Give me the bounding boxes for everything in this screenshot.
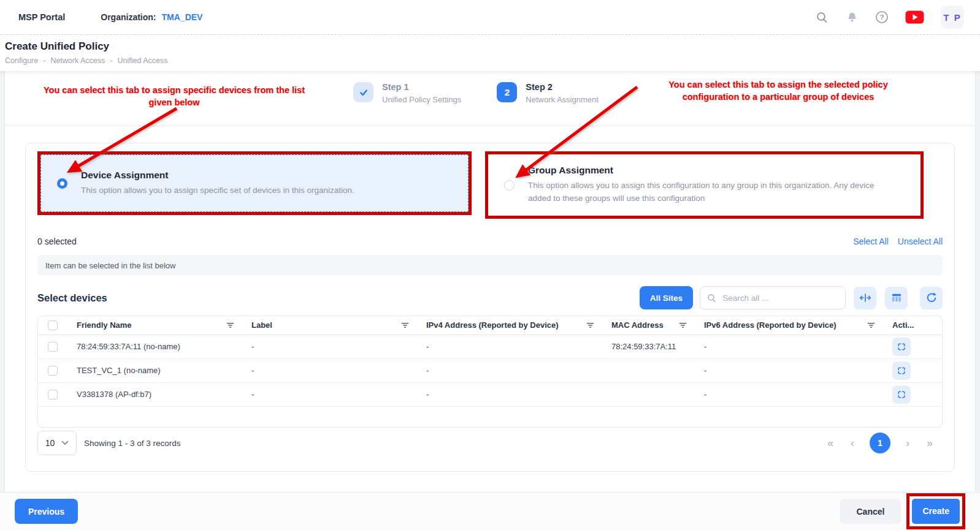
page-title: Create Unified Policy [5,40,980,53]
selected-count: 0 selected [37,237,77,246]
refresh-button[interactable] [920,287,943,309]
breadcrumb-separator: - [110,56,112,65]
step-2-number-badge: 2 [497,82,517,102]
wizard-footer: Previous Cancel Create [0,492,980,530]
pager: 1 [825,433,935,453]
expand-row-icon [897,390,906,399]
selection-hint: Item can be selected in the list below [37,255,943,276]
search-input[interactable] [721,293,838,303]
right-rail [975,69,980,492]
step-1-title: Step 1 [382,82,461,92]
organization-link[interactable]: TMA_DEV [162,12,203,22]
search-icon[interactable] [815,10,829,24]
cell-mac: 78:24:59:33:7A:11 [602,335,695,358]
annotation-box-device-assignment: Device Assignment This option allows you… [37,151,472,215]
user-avatar[interactable]: T P [941,6,964,29]
group-assignment-radio[interactable] [504,180,515,191]
column-ipv4[interactable]: IPv4 Address (Reported by Device) [426,320,559,330]
previous-button[interactable]: Previous [15,499,78,524]
expand-row-button[interactable] [892,362,911,380]
assignment-options: Device Assignment This option allows you… [37,151,943,219]
table-header-row: Friendly Name Label IPv4 Address (Report… [38,316,942,335]
cell-ipv6: - [695,382,883,406]
annotation-text-left: You can select this tab to assign specif… [33,85,316,108]
device-assignment-title: Device Assignment [81,170,354,181]
filter-icon[interactable] [867,321,875,329]
create-button[interactable]: Create [912,499,960,524]
all-sites-button[interactable]: All Sites [640,286,693,309]
topbar-actions: ? T P [815,6,964,29]
table-row: 78:24:59:33:7A:11 (no-name) - - 78:24:59… [38,335,942,358]
filter-icon[interactable] [679,321,687,329]
current-page-button[interactable]: 1 [870,433,890,453]
column-label[interactable]: Label [251,320,272,330]
step-1[interactable]: Step 1 Unified Policy Settings [353,82,461,104]
pager-next-icon[interactable] [904,437,911,449]
expand-row-button[interactable] [892,385,911,404]
annotation-box-group-assignment: Group Assignment This option allows you … [485,151,924,219]
group-assignment-title: Group Assignment [528,165,896,176]
columns-settings-button[interactable] [885,287,908,309]
breadcrumb-item-unified-access[interactable]: Unified Access [117,56,167,65]
step-2-title: Step 2 [526,82,599,92]
youtube-icon[interactable] [905,10,924,24]
select-all-link[interactable]: Select All [853,237,889,246]
fit-columns-button[interactable] [854,287,876,309]
breadcrumb: Configure - Network Access - Unified Acc… [5,56,980,65]
row-checkbox[interactable] [48,342,58,352]
annotation-box-create: Create [906,493,965,529]
collapsed-left-rail [0,69,5,492]
step-1-subtitle: Unified Policy Settings [382,95,461,104]
help-icon[interactable]: ? [875,10,889,24]
notifications-icon[interactable] [845,10,859,24]
pagination-bar: 10 Showing 1 - 3 of 3 records 1 [37,430,943,456]
cell-ipv4: - [417,358,602,382]
annotation-text-right: You can select this tab to assign the se… [649,79,908,103]
unselect-all-link[interactable]: Unselect All [898,237,943,246]
select-devices-title: Select devices [37,292,107,304]
column-ipv6[interactable]: IPv6 Address (Reported by Device) [704,320,836,330]
page-size-select[interactable]: 10 [37,431,77,455]
breadcrumb-item-network-access[interactable]: Network Access [50,56,105,65]
chevron-down-icon [61,441,69,445]
row-checkbox[interactable] [48,390,58,399]
cell-mac [602,382,695,406]
cancel-button[interactable]: Cancel [840,499,901,524]
filter-icon[interactable] [401,321,409,329]
step-2[interactable]: 2 Step 2 Network Assignment [497,82,599,104]
device-assignment-option[interactable]: Device Assignment This option allows you… [40,154,469,212]
records-summary: Showing 1 - 3 of 3 records [84,439,181,448]
columns-icon [890,292,903,304]
selection-summary-row: 0 selected Select All Unselect All [37,237,943,246]
column-friendly-name[interactable]: Friendly Name [77,320,132,330]
step-2-subtitle: Network Assignment [526,95,599,104]
refresh-icon [925,292,938,304]
expand-row-button[interactable] [892,338,911,356]
msp-portal-page: MSP Portal Organization: TMA_DEV ? T P C… [0,0,980,530]
column-mac[interactable]: MAC Address [611,320,664,330]
pager-first-icon[interactable] [825,437,835,449]
cell-friendly-name: 78:24:59:33:7A:11 (no-name) [67,335,242,358]
device-assignment-radio[interactable] [57,178,67,189]
filter-icon[interactable] [226,321,234,329]
cell-ipv4: - [417,335,602,358]
cell-label: - [242,358,417,382]
row-checkbox[interactable] [48,366,58,376]
table-row: V3381378 (AP-df:b7) - - - [38,382,942,406]
search-box [700,286,846,309]
column-actions[interactable]: Acti... [892,320,914,330]
devices-toolbar: Select devices All Sites [37,286,943,309]
check-icon [353,82,373,102]
expand-row-icon [897,342,906,352]
wizard-steps-row: You can select this tab to assign specif… [5,71,975,126]
select-all-checkbox[interactable] [48,320,58,330]
pager-last-icon[interactable] [925,437,935,449]
table-row: TEST_VC_1 (no-name) - - - [38,358,942,382]
page-size-value: 10 [45,438,55,448]
breadcrumb-item-configure[interactable]: Configure [5,56,38,65]
filter-icon[interactable] [586,321,594,329]
brand-title: MSP Portal [18,12,65,22]
cell-ipv4: - [417,382,602,406]
group-assignment-option[interactable]: Group Assignment This option allows you … [488,154,921,216]
pager-prev-icon[interactable] [849,437,856,449]
